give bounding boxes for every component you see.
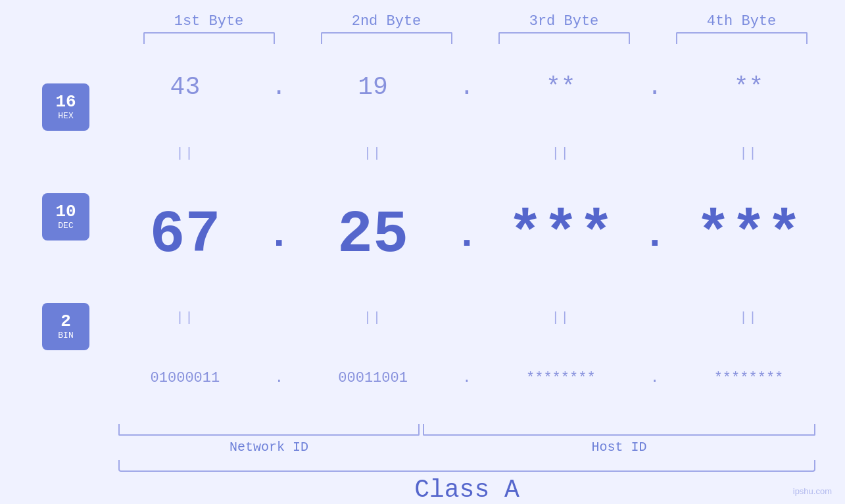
hex-dot3: . [642, 73, 668, 101]
content-area: 16 HEX 10 DEC 2 BIN 43 . [0, 45, 845, 421]
bin-dot3: . [642, 370, 668, 386]
main-container: 1st Byte 2nd Byte 3rd Byte 4th Byte 16 H… [0, 0, 845, 504]
hex-b4: ** [669, 73, 827, 101]
hex-b3: ** [482, 73, 640, 101]
dec-badge-num: 10 [55, 202, 76, 221]
hex-dot1: . [266, 73, 292, 101]
class-a-label: Class A [118, 476, 815, 504]
byte4-header: 4th Byte [676, 13, 808, 30]
host-id-label: Host ID [423, 440, 815, 455]
bin-b3: ******** [482, 370, 640, 386]
dec-values-row: 67 . 25 . *** . *** [105, 206, 829, 265]
hex-badge: 16 HEX [42, 83, 89, 131]
dec-dot3: . [642, 216, 668, 255]
dec-b3: *** [482, 206, 640, 265]
bin-b4: ******** [669, 370, 827, 386]
bin-b1: 01000011 [106, 370, 264, 386]
hex-badge-num: 16 [55, 93, 76, 112]
hex-b1: 43 [106, 73, 264, 101]
bottom-brackets-row [105, 424, 815, 437]
big-bottom-bracket [118, 460, 815, 472]
badges-column: 16 HEX 10 DEC 2 BIN [0, 45, 105, 421]
bin-values-row: 01000011 . 00011001 . ******** . [105, 370, 829, 386]
bin-dot2: . [454, 370, 480, 386]
bracket-byte4 [676, 32, 808, 44]
network-id-label: Network ID [118, 440, 420, 455]
byte-headers: 1st Byte 2nd Byte 3rd Byte 4th Byte [120, 13, 831, 30]
bracket-host [423, 424, 815, 436]
bin-b2: 00011001 [294, 370, 452, 386]
top-bracket-row [120, 32, 831, 45]
eq2-b3: || [482, 310, 640, 325]
equals-row-2: || || || || [105, 308, 829, 327]
watermark: ipshu.com [793, 486, 832, 496]
dec-badge-label: DEC [58, 221, 73, 231]
hex-b2: 19 [294, 73, 452, 101]
hex-dot2: . [454, 73, 480, 101]
eq1-b4: || [669, 146, 827, 161]
eq1-b1: || [106, 146, 264, 161]
values-area: 43 . 19 . ** . ** [105, 45, 845, 421]
bracket-byte1 [143, 32, 275, 44]
byte3-header: 3rd Byte [498, 13, 630, 30]
byte1-header: 1st Byte [143, 13, 275, 30]
dec-b2: 25 [294, 206, 452, 265]
hex-values-row: 43 . 19 . ** . ** [105, 73, 829, 101]
dec-b1: 67 [106, 206, 264, 265]
byte2-header: 2nd Byte [321, 13, 452, 30]
eq1-b3: || [482, 146, 640, 161]
equals-row-1: || || || || [105, 144, 829, 164]
bracket-byte2 [321, 32, 452, 44]
eq2-b1: || [106, 310, 264, 325]
eq1-b2: || [294, 146, 452, 161]
bin-dot1: . [266, 370, 292, 386]
bottom-section: Network ID Host ID Class A [0, 421, 845, 504]
network-host-labels: Network ID Host ID [105, 440, 815, 455]
bin-badge-num: 2 [60, 312, 71, 331]
bin-badge: 2 BIN [42, 303, 89, 350]
dec-dot2: . [454, 216, 480, 255]
dec-b4: *** [669, 206, 827, 265]
eq2-b4: || [669, 310, 827, 325]
bin-badge-label: BIN [58, 331, 73, 340]
dec-dot1: . [266, 216, 292, 255]
dec-badge: 10 DEC [42, 193, 89, 241]
hex-badge-label: HEX [58, 111, 73, 121]
bracket-byte3 [498, 32, 630, 44]
eq2-b2: || [294, 310, 452, 325]
bracket-network [118, 424, 420, 436]
